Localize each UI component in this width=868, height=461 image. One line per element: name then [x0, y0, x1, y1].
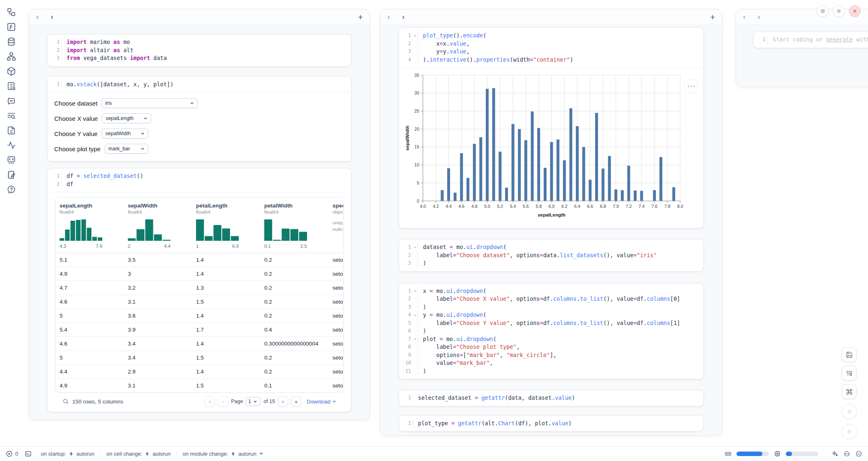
ai-chat-icon[interactable] — [7, 96, 16, 106]
datasources-icon[interactable] — [7, 37, 16, 46]
collapse-chevron-icon[interactable] — [413, 359, 418, 367]
tracing-icon[interactable] — [7, 141, 16, 150]
collapse-chevron-icon[interactable] — [413, 243, 418, 251]
chart-bar[interactable] — [595, 113, 598, 201]
save-button[interactable] — [842, 347, 856, 362]
functions-icon[interactable] — [7, 22, 16, 32]
column-next-button[interactable]: › — [51, 13, 54, 21]
code-editor[interactable]: 1plot_type = getattr(alt.Chart(df), plot… — [399, 416, 703, 431]
collapse-chevron-icon[interactable] — [413, 343, 418, 351]
chart-bar[interactable] — [486, 89, 489, 201]
terminal-button[interactable] — [25, 450, 32, 457]
on-module-change-setting[interactable]: on module change: autorun — [182, 451, 263, 457]
chart-bar[interactable] — [634, 191, 637, 201]
collapse-chevron-icon[interactable] — [413, 327, 418, 335]
page-select[interactable]: 1 — [246, 397, 261, 406]
column-prev-button[interactable]: ‹ — [387, 13, 390, 21]
menu-button[interactable] — [817, 5, 829, 17]
chart-bar[interactable] — [454, 193, 457, 201]
chart-bar[interactable] — [544, 168, 547, 201]
cell-plot-type[interactable]: 1plot_type = getattr(alt.Chart(df), plot… — [399, 415, 704, 432]
chart-bar[interactable] — [473, 144, 476, 201]
chart-bar[interactable] — [640, 191, 643, 201]
chart-bar[interactable] — [447, 168, 450, 201]
run-button[interactable] — [842, 424, 857, 439]
table-row[interactable]: 4.42.91.40.2setosa — [55, 364, 344, 378]
chart-bar[interactable] — [563, 160, 566, 201]
chart-bar[interactable] — [614, 189, 617, 201]
column-next-button[interactable]: › — [757, 13, 761, 21]
collapse-chevron-icon[interactable] — [413, 367, 418, 376]
table-row[interactable]: 4.63.41.40.3000000000000004setosa — [55, 337, 344, 350]
table-row[interactable]: 4.93.11.50.1setosa — [55, 378, 344, 392]
cell-plot-encode[interactable]: 1plot_type().encode(2 x=x.value,3 y=y.va… — [399, 28, 704, 228]
collapse-chevron-icon[interactable] — [413, 40, 418, 48]
code-editor[interactable]: 1plot_type().encode(2 x=x.value,3 y=y.va… — [399, 28, 703, 67]
chart-bar[interactable] — [569, 108, 572, 201]
chart-bar[interactable] — [653, 190, 656, 201]
collapse-chevron-icon[interactable] — [413, 295, 418, 303]
table-row[interactable]: 5.13.51.40.2setosa — [55, 253, 344, 267]
cell-dataframe[interactable]: 1df = selected_dataset()2df sepalLengthf… — [47, 168, 351, 412]
code-editor[interactable]: 1Start coding or generate with — [754, 32, 868, 48]
settings-button[interactable] — [833, 5, 845, 17]
errors-indicator[interactable]: 0 — [6, 450, 18, 457]
table-search-icon[interactable] — [7, 111, 16, 120]
collapse-chevron-icon[interactable] — [413, 287, 418, 295]
first-page-button[interactable]: « — [205, 396, 215, 407]
copilot-icon[interactable] — [843, 450, 850, 457]
dropdown-select[interactable]: iris — [102, 98, 198, 108]
collapse-chevron-icon[interactable] — [413, 32, 418, 40]
chart-bar[interactable] — [589, 180, 591, 201]
collapse-chevron-icon[interactable] — [413, 303, 418, 311]
layout-button[interactable] — [842, 366, 856, 380]
code-editor[interactable]: 1mo.vstack([dataset, x, y, plot]) — [48, 77, 351, 92]
collapse-chevron-icon[interactable] — [413, 351, 418, 360]
last-page-button[interactable]: » — [291, 396, 301, 407]
chart-bar[interactable] — [537, 128, 540, 201]
table-column-header[interactable]: sepalWidthfloat6424.4 — [124, 203, 192, 249]
cell-imports[interactable]: 1import marimo as mo2import altair as al… — [47, 34, 351, 67]
chart-bar[interactable] — [492, 88, 495, 201]
prev-page-button[interactable]: ‹ — [218, 396, 228, 407]
table-row[interactable]: 53.61.40.2setosa — [55, 309, 344, 323]
chart-bar[interactable] — [524, 140, 527, 201]
cell-xy-dropdowns[interactable]: 1x = mo.ui.dropdown(2 label="Choose X va… — [399, 283, 704, 380]
code-editor[interactable]: 1selected_dataset = getattr(data, datase… — [399, 390, 703, 406]
collapse-chevron-icon[interactable] — [413, 311, 418, 319]
chart-bar[interactable] — [466, 178, 469, 201]
chart-bar[interactable] — [608, 156, 611, 201]
chart-bar[interactable] — [512, 124, 515, 201]
search-icon[interactable] — [62, 398, 69, 405]
logs-icon[interactable] — [7, 81, 16, 91]
chart-bar[interactable] — [531, 111, 534, 201]
chart-bar[interactable] — [550, 142, 553, 201]
snippets-icon[interactable] — [7, 155, 16, 165]
chart-bar[interactable] — [556, 139, 559, 201]
dependency-graph-icon[interactable] — [7, 52, 16, 61]
add-cell-button[interactable]: + — [358, 13, 363, 21]
cell-dataset-dropdown[interactable]: 1dataset = mo.ui.dropdown(2 label="Choos… — [399, 239, 704, 272]
dropdown-select[interactable]: mark_bar — [105, 144, 148, 154]
next-page-button[interactable]: › — [278, 396, 288, 407]
packages-icon[interactable] — [7, 67, 16, 76]
documentation-icon[interactable] — [7, 126, 16, 135]
table-row[interactable]: 4.73.21.30.2setosa — [55, 281, 344, 295]
chart-menu-button[interactable] — [684, 79, 698, 93]
shutdown-button[interactable] — [849, 5, 861, 17]
chart-bar[interactable] — [518, 129, 521, 201]
chart-bar[interactable] — [660, 157, 663, 201]
table-column-header[interactable]: sepalLengthfloat644.37.9 — [55, 203, 124, 249]
table-row[interactable]: 4.63.11.50.2setosa — [55, 295, 344, 309]
table-column-header[interactable]: petalWidthfloat640.12.5 — [260, 203, 328, 249]
scratchpad-icon[interactable] — [7, 170, 16, 180]
on-cell-change-setting[interactable]: on cell change: autorun — [106, 451, 171, 457]
chart-bar[interactable] — [621, 190, 624, 201]
collapse-chevron-icon[interactable] — [413, 48, 418, 56]
column-prev-button[interactable]: ‹ — [743, 13, 746, 21]
download-button[interactable]: Download — [307, 399, 336, 405]
bar-chart[interactable]: 4.04.24.44.64.85.05.25.45.65.86.06.26.46… — [404, 70, 687, 223]
table-column-header[interactable]: petalLengthfloat6416.9 — [192, 203, 260, 249]
dropdown-select[interactable]: sepalLength — [102, 113, 151, 123]
chart-bar[interactable] — [672, 187, 675, 201]
